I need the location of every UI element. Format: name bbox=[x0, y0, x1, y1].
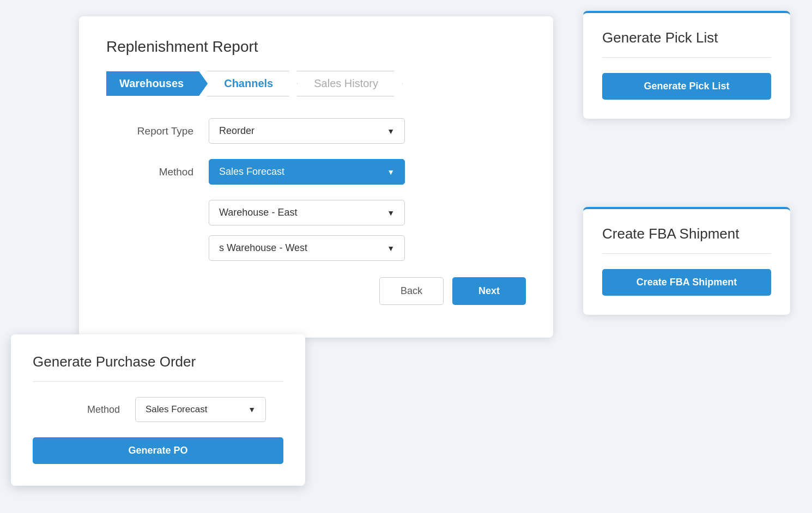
step-channels[interactable]: Channels bbox=[208, 71, 298, 96]
stepper: Warehouses Channels Sales History bbox=[106, 71, 526, 96]
warehouse-east-row: Warehouse - East ▼ bbox=[106, 200, 526, 225]
nav-buttons: Back Next bbox=[106, 277, 526, 305]
page-title: Replenishment Report bbox=[106, 38, 526, 56]
po-method-value: Sales Forecast bbox=[146, 404, 207, 415]
pick-list-divider bbox=[602, 57, 771, 58]
back-button[interactable]: Back bbox=[379, 277, 444, 305]
warehouse-west-dropdown-icon: ▼ bbox=[387, 244, 395, 253]
warehouse-west-value: s Warehouse - West bbox=[219, 242, 307, 254]
po-divider bbox=[33, 381, 283, 382]
step-warehouses[interactable]: Warehouses bbox=[106, 71, 208, 96]
report-type-select[interactable]: Reorder ▼ bbox=[209, 118, 405, 144]
step-sales-history[interactable]: Sales History bbox=[298, 71, 403, 96]
fba-divider bbox=[602, 253, 771, 254]
method-dropdown-icon: ▼ bbox=[387, 168, 395, 176]
generate-pick-list-button[interactable]: Generate Pick List bbox=[602, 73, 771, 100]
generate-po-button[interactable]: Generate PO bbox=[33, 437, 283, 464]
pick-list-card: Generate Pick List Generate Pick List bbox=[583, 11, 790, 119]
po-method-row: Method Sales Forecast ▼ bbox=[33, 397, 283, 422]
fba-title: Create FBA Shipment bbox=[602, 225, 771, 242]
report-type-label: Report Type bbox=[106, 125, 193, 137]
report-type-dropdown-icon: ▼ bbox=[387, 127, 395, 136]
method-value: Sales Forecast bbox=[219, 166, 284, 178]
method-label: Method bbox=[106, 166, 193, 178]
pick-list-title: Generate Pick List bbox=[602, 29, 771, 46]
step-sales-history-label[interactable]: Sales History bbox=[296, 71, 403, 96]
warehouse-west-row: s Warehouse - West ▼ bbox=[106, 235, 526, 261]
method-row: Method Sales Forecast ▼ bbox=[106, 159, 526, 185]
po-title: Generate Purchase Order bbox=[33, 353, 283, 370]
warehouse-east-value: Warehouse - East bbox=[219, 207, 297, 218]
warehouse-east-select[interactable]: Warehouse - East ▼ bbox=[209, 200, 405, 225]
main-report-card: Replenishment Report Warehouses Channels… bbox=[79, 16, 553, 338]
fba-card: Create FBA Shipment Create FBA Shipment bbox=[583, 207, 790, 315]
step-channels-label[interactable]: Channels bbox=[207, 71, 298, 96]
method-select[interactable]: Sales Forecast ▼ bbox=[209, 159, 405, 185]
step-warehouses-label[interactable]: Warehouses bbox=[106, 71, 208, 96]
warehouse-west-select[interactable]: s Warehouse - West ▼ bbox=[209, 235, 405, 261]
create-fba-shipment-button[interactable]: Create FBA Shipment bbox=[602, 269, 771, 296]
po-method-label: Method bbox=[33, 404, 120, 416]
report-type-row: Report Type Reorder ▼ bbox=[106, 118, 526, 144]
po-method-select[interactable]: Sales Forecast ▼ bbox=[135, 397, 266, 422]
warehouse-east-dropdown-icon: ▼ bbox=[387, 209, 395, 217]
po-method-dropdown-icon: ▼ bbox=[248, 405, 256, 414]
next-button[interactable]: Next bbox=[452, 277, 526, 305]
report-type-value: Reorder bbox=[219, 125, 254, 137]
po-card: Generate Purchase Order Method Sales For… bbox=[11, 334, 305, 486]
